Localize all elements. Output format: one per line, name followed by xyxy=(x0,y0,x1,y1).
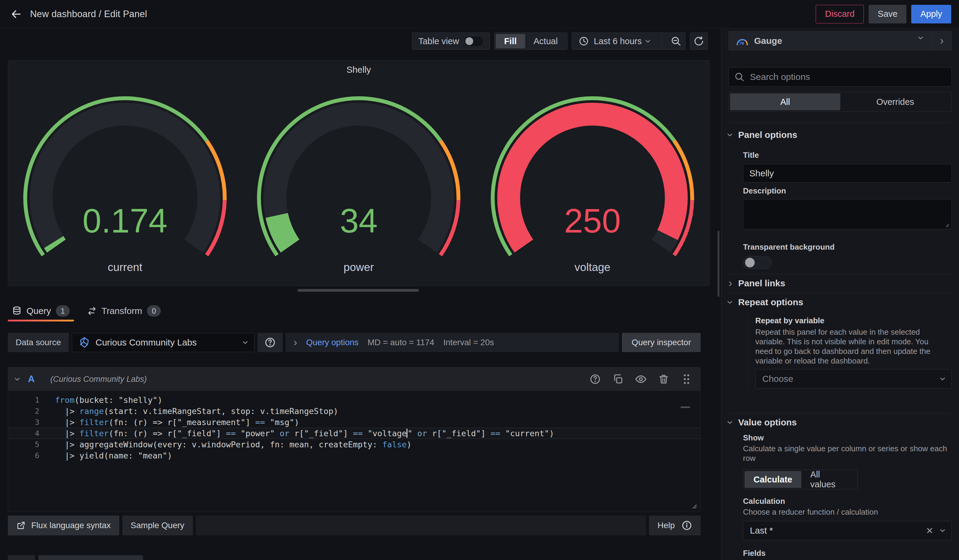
clock-icon xyxy=(579,36,589,46)
description-textarea[interactable] xyxy=(743,199,952,229)
query-help-button[interactable] xyxy=(589,373,601,385)
transparent-background-toggle[interactable] xyxy=(743,256,772,269)
line-text: |> filter(fn: (r) => r["_field"] == "pow… xyxy=(55,429,554,438)
chevron-down-icon: › xyxy=(938,377,948,381)
gauge-power-arc: 34 xyxy=(245,78,473,264)
flux-syntax-button[interactable]: Flux language syntax xyxy=(8,515,119,535)
indent-guide xyxy=(65,406,66,461)
help-label: Help xyxy=(657,521,675,530)
query-inspector-button[interactable]: Query inspector xyxy=(622,333,701,352)
calculation-label: Calculation xyxy=(743,496,952,506)
refresh-button[interactable] xyxy=(690,32,708,50)
datasource-row: Data source Curious Community Labs › › Q… xyxy=(8,333,701,352)
description-label: Description xyxy=(743,186,952,196)
chevron-down-icon: › xyxy=(725,133,736,137)
chevron-down-icon: › xyxy=(241,341,251,344)
zoom-out-button[interactable] xyxy=(667,36,685,46)
query-ref-id[interactable]: A xyxy=(28,374,35,385)
code-line[interactable]: 5 |> aggregateWindow(every: v.windowPeri… xyxy=(8,439,700,450)
apply-button[interactable]: Apply xyxy=(911,5,951,24)
code-line[interactable]: 4 |> filter(fn: (r) => r["_field"] == "p… xyxy=(8,428,700,439)
grafana-edit-panel: { "header": { "breadcrumb": "New dashboa… xyxy=(0,0,959,560)
actual-option[interactable]: Actual xyxy=(525,34,566,48)
visualization-current[interactable]: 79 Gauge › xyxy=(729,35,932,46)
gauge-viz-icon: 79 xyxy=(735,36,749,46)
tab-all[interactable]: All xyxy=(730,94,840,110)
chevron-right-icon: › xyxy=(728,278,732,289)
gauge-voltage-arc: 250 xyxy=(478,78,707,264)
max-data-points-stat: MD = auto = 1174 xyxy=(368,338,434,347)
tab-query-label: Query xyxy=(26,306,51,316)
table-view-label: Table view xyxy=(418,37,459,46)
visualization-picker[interactable]: 79 Gauge › › xyxy=(728,31,952,51)
resize-corner-icon[interactable] xyxy=(944,222,949,228)
code-line[interactable]: 1from(bucket: "shelly") xyxy=(8,395,700,406)
database-icon xyxy=(12,306,22,316)
repeat-variable-select[interactable]: Choose › xyxy=(755,369,952,388)
section-panel-options[interactable]: › Panel options xyxy=(728,128,952,142)
line-text: |> range(start: v.timeRangeStart, stop: … xyxy=(55,406,338,416)
panel-title-input[interactable] xyxy=(743,164,952,183)
query-header: › A (Curious Community Labs) xyxy=(8,368,700,391)
svg-text:34: 34 xyxy=(340,202,378,240)
transform-icon xyxy=(87,306,97,316)
panel-resize-handle[interactable] xyxy=(298,289,419,292)
line-number: 1 xyxy=(8,396,55,404)
toggle-query-visibility-button[interactable] xyxy=(635,373,647,385)
delete-query-button[interactable] xyxy=(658,373,670,385)
tab-transform-label: Transform xyxy=(102,306,142,316)
cutoff-button[interactable] xyxy=(38,555,143,560)
visualization-name: Gauge xyxy=(754,36,782,46)
collapse-pane-button[interactable]: › xyxy=(932,35,951,46)
query-options-link[interactable]: Query options xyxy=(306,338,358,347)
datasource-name: Curious Community Labs xyxy=(96,337,197,348)
all-values-option[interactable]: All values xyxy=(801,471,856,488)
repeat-by-variable-help: Repeat this panel for each value in the … xyxy=(755,327,948,366)
discard-button[interactable]: Discard xyxy=(816,5,864,24)
options-search-input[interactable] xyxy=(749,72,946,82)
help-circle-icon xyxy=(589,374,601,385)
code-line[interactable]: 2 |> range(start: v.timeRangeStart, stop… xyxy=(8,406,700,417)
save-button[interactable]: Save xyxy=(868,5,906,24)
tab-overrides[interactable]: Overrides xyxy=(840,94,951,110)
section-panel-links[interactable]: › Panel links xyxy=(728,276,952,291)
line-number: 3 xyxy=(8,418,55,426)
back-button[interactable] xyxy=(8,6,25,22)
tab-transform[interactable]: Transform 0 xyxy=(83,301,165,321)
calculate-option[interactable]: Calculate xyxy=(744,471,801,488)
fill-option[interactable]: Fill xyxy=(496,34,525,48)
cutoff-button[interactable] xyxy=(8,555,35,560)
line-number: 4 xyxy=(8,429,55,438)
calculation-select[interactable]: Last * ✕ › xyxy=(743,521,952,540)
sample-query-button[interactable]: Sample Query xyxy=(122,515,193,535)
gauge-voltage: 250 voltage xyxy=(476,78,709,284)
section-value-options[interactable]: › Value options xyxy=(728,415,952,430)
time-range-button[interactable]: Last 6 hours › xyxy=(572,36,657,46)
repeat-by-variable-label: Repeat by variable xyxy=(755,316,952,325)
duplicate-query-button[interactable] xyxy=(612,373,624,385)
query-options-bar: › Query options MD = auto = 1174 Interva… xyxy=(286,333,619,352)
resize-corner-icon[interactable] xyxy=(690,502,697,509)
line-text: |> yield(name: "mean") xyxy=(55,451,172,460)
options-search[interactable] xyxy=(728,67,952,86)
query-count-badge: 1 xyxy=(56,305,70,317)
breadcrumb[interactable]: New dashboard / Edit Panel xyxy=(30,9,147,19)
collapse-query-icon[interactable]: › xyxy=(12,377,23,381)
datasource-picker[interactable]: Curious Community Labs › xyxy=(72,333,255,352)
copy-icon xyxy=(612,374,624,385)
scrollbar-thumb[interactable] xyxy=(717,231,720,297)
datasource-help-button[interactable] xyxy=(258,333,283,352)
help-button[interactable]: Help xyxy=(649,515,701,535)
section-repeat-options[interactable]: › Repeat options xyxy=(728,295,952,309)
datasource-label: Data source xyxy=(8,333,69,352)
code-line[interactable]: 6 |> yield(name: "mean") xyxy=(8,450,700,461)
flux-syntax-label: Flux language syntax xyxy=(31,521,111,530)
tab-query[interactable]: Query 1 xyxy=(8,301,74,321)
code-editor[interactable]: 1from(bucket: "shelly")2 |> range(start:… xyxy=(8,391,700,512)
section-repeat-options-label: Repeat options xyxy=(738,297,803,307)
table-view-toggle[interactable] xyxy=(464,36,484,46)
clear-icon[interactable]: ✕ xyxy=(926,525,934,536)
drag-query-handle[interactable] xyxy=(680,373,693,385)
code-line[interactable]: 3 |> filter(fn: (r) => r["_measurement"]… xyxy=(8,417,700,428)
table-view-control[interactable]: Table view xyxy=(412,32,490,50)
